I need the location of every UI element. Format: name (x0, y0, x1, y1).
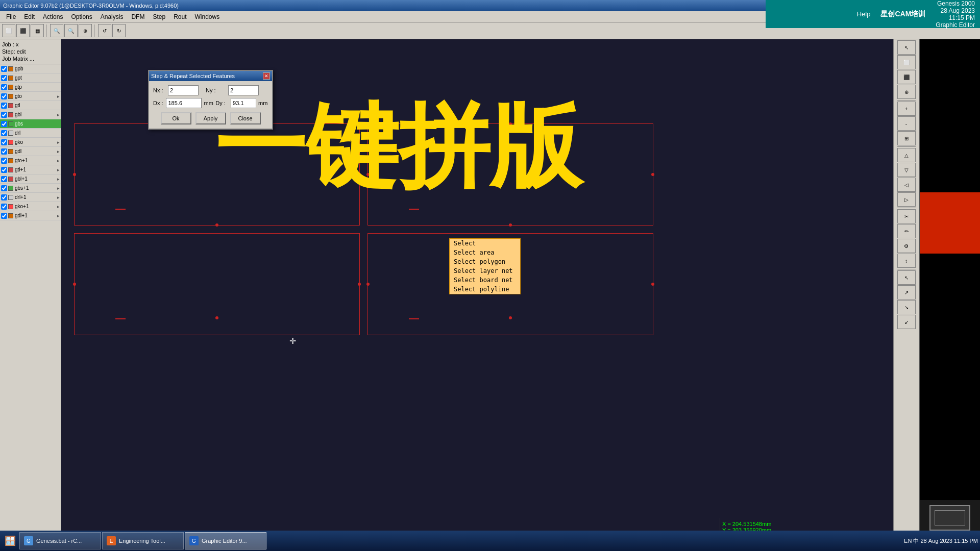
apply-button[interactable]: Apply (195, 112, 226, 124)
taskbar-app-graphic[interactable]: G Graphic Editor 9... (185, 532, 266, 549)
layer-checkbox[interactable] (1, 185, 7, 191)
rt-btn-pan[interactable]: ⬛ (897, 70, 916, 84)
menu-analysis[interactable]: Analysis (96, 12, 128, 21)
ctx-select-polygon[interactable]: Select polygon (450, 257, 520, 266)
nx-input[interactable] (168, 85, 199, 95)
layer-checkbox[interactable] (1, 121, 7, 127)
ctx-select-boardnet[interactable]: Select board net (450, 276, 520, 285)
layer-item[interactable]: gdl ▸ (0, 147, 61, 156)
layer-item[interactable]: drl+1 ▸ (0, 193, 61, 202)
layer-checkbox[interactable] (1, 103, 7, 109)
layer-item[interactable]: gpb (0, 64, 61, 73)
menu-step[interactable]: Step (149, 12, 169, 21)
toolbar-btn-6[interactable]: ⊕ (79, 24, 92, 37)
rt-btn-cursor-4[interactable]: ↙ (897, 315, 916, 329)
rt-btn-cursor-3[interactable]: ↘ (897, 300, 916, 314)
menu-file[interactable]: File (2, 12, 20, 21)
ctx-select-area[interactable]: Select area (450, 248, 520, 257)
rt-btn-6[interactable]: - (897, 116, 916, 131)
layer-item[interactable]: gpt (0, 73, 61, 83)
layer-item[interactable]: gbl ▸ (0, 110, 61, 119)
pcb-br-right (651, 283, 654, 286)
layer-checkbox[interactable] (1, 213, 7, 219)
layer-checkbox[interactable] (1, 112, 7, 118)
layer-item[interactable]: gbs+1 ▸ (0, 184, 61, 193)
layer-color-swatch (8, 149, 13, 154)
dialog-close-button[interactable]: ✕ (263, 72, 270, 80)
layer-item[interactable]: gtl+1 ▸ (0, 165, 61, 174)
layer-checkbox[interactable] (1, 176, 7, 182)
layer-item[interactable]: gdl+1 ▸ (0, 211, 61, 220)
ok-button[interactable]: Ok (161, 112, 191, 124)
taskbar-app-engineering[interactable]: E Engineering Tool... (102, 532, 184, 549)
menu-windows[interactable]: Windows (190, 12, 224, 21)
pcb-connector-tr-bottom (509, 223, 512, 227)
layer-name: gbs (15, 121, 59, 127)
ny-input[interactable] (228, 85, 259, 95)
menu-edit[interactable]: Edit (20, 12, 39, 21)
pcb-connector-tr-top (509, 122, 512, 126)
layer-item[interactable]: gtp (0, 83, 61, 92)
layer-checkbox[interactable] (1, 139, 7, 145)
layer-checkbox[interactable] (1, 167, 7, 173)
rt-btn-15[interactable]: ↕ (897, 254, 916, 268)
toolbar-btn-4[interactable]: 🔍 (50, 24, 63, 37)
rt-btn-12[interactable]: ✂ (897, 209, 916, 223)
layer-item[interactable]: gtl (0, 101, 61, 110)
layer-checkbox[interactable] (1, 84, 7, 90)
rt-btn-14[interactable]: ⚙ (897, 239, 916, 253)
start-button[interactable]: 🪟 (2, 533, 18, 549)
menu-actions[interactable]: Actions (39, 12, 67, 21)
rt-btn-9[interactable]: ▽ (897, 163, 916, 177)
rt-btn-10[interactable]: ◁ (897, 178, 916, 192)
rt-btn-5[interactable]: + (897, 102, 916, 116)
toolbar-btn-8[interactable]: ↻ (112, 24, 126, 37)
pcb-br-left (366, 283, 370, 286)
layer-checkbox[interactable] (1, 158, 7, 164)
toolbar-btn-3[interactable]: ▦ (31, 24, 44, 37)
toolbar-btn-7[interactable]: ↺ (98, 24, 111, 37)
rt-btn-cursor-2[interactable]: ↗ (897, 285, 916, 299)
layer-item[interactable]: gbl+1 ▸ (0, 174, 61, 184)
layer-checkbox[interactable] (1, 194, 7, 201)
rt-btn-4[interactable]: ⊕ (897, 85, 916, 99)
rt-btn-8[interactable]: △ (897, 148, 916, 162)
layer-checkbox[interactable] (1, 204, 7, 210)
menu-options[interactable]: Options (67, 12, 96, 21)
layer-item[interactable]: drl (0, 129, 61, 138)
ctx-select-layernet[interactable]: Select layer net (450, 266, 520, 276)
rt-btn-13[interactable]: ✏ (897, 224, 916, 238)
layer-checkbox[interactable] (1, 93, 7, 99)
dx-input[interactable] (166, 98, 202, 108)
dialog-title-bar[interactable]: Step & Repeat Selected Features ✕ (149, 71, 272, 81)
close-dialog-button[interactable]: Close (230, 112, 261, 124)
layer-item[interactable]: gto ▸ (0, 92, 61, 101)
matrix-button[interactable]: Job Matrix ... (2, 55, 59, 62)
layer-item[interactable]: gko+1 ▸ (0, 202, 61, 211)
toolbar-btn-1[interactable]: ⬜ (2, 24, 15, 37)
ctx-select-polyline[interactable]: Select polyline (450, 285, 520, 294)
toolbar-btn-2[interactable]: ⬛ (16, 24, 30, 37)
layer-item[interactable]: gto+1 ▸ (0, 156, 61, 165)
layer-item[interactable]: gbs (0, 119, 61, 129)
rt-btn-11[interactable]: ▷ (897, 192, 916, 207)
layer-checkbox[interactable] (1, 66, 7, 72)
rt-btn-zoom[interactable]: ⬜ (897, 55, 916, 69)
layer-checkbox[interactable] (1, 148, 7, 155)
layer-item[interactable]: gko ▸ (0, 138, 61, 147)
layer-checkbox[interactable] (1, 130, 7, 136)
ctx-select[interactable]: Select (450, 239, 520, 248)
dy-input[interactable] (231, 98, 256, 108)
canvas-area[interactable]: 一键拼版 Select Select area Select polygon S… (61, 39, 893, 536)
toolbar-btn-5[interactable]: 🔍 (64, 24, 78, 37)
rt-btn-7[interactable]: ⊞ (897, 131, 916, 145)
title-text: Graphic Editor 9.07b2 (1@DESKTOP-3R0OLVM… (3, 3, 179, 9)
pcb-board-bottomleft (74, 233, 360, 335)
rt-btn-select[interactable]: ↖ (897, 40, 916, 55)
menu-rout[interactable]: Rout (169, 12, 190, 21)
help-button[interactable]: Help (857, 10, 871, 18)
rt-btn-cursor-1[interactable]: ↖ (897, 270, 916, 285)
layer-checkbox[interactable] (1, 75, 7, 81)
taskbar-app-genesis[interactable]: G Genesis.bat - rC... (19, 532, 101, 549)
menu-dfm[interactable]: DFM (127, 12, 149, 21)
